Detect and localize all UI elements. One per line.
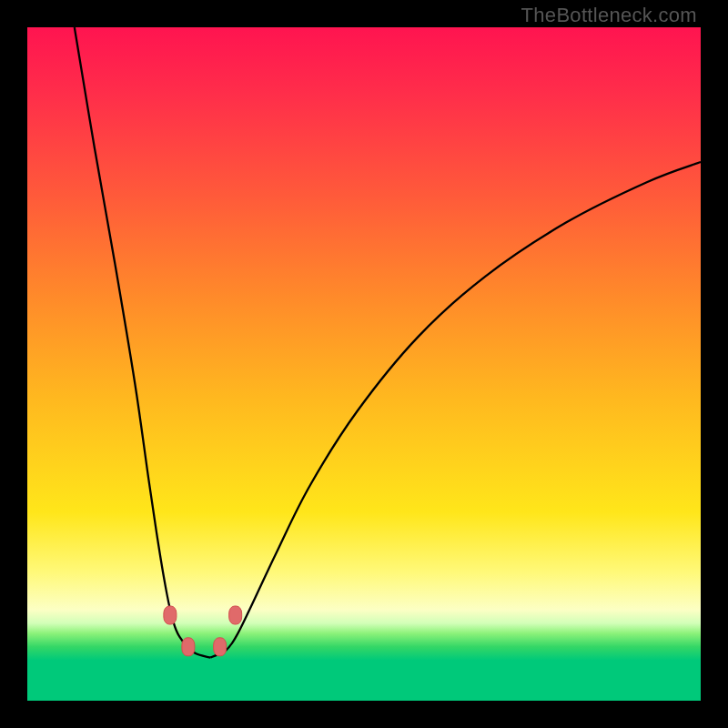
curve-layer (27, 27, 701, 701)
curve-marker (214, 638, 227, 656)
right-branch-curve (210, 162, 701, 658)
curve-marker (182, 638, 195, 656)
chart-frame: TheBottleneck.com (0, 0, 728, 728)
curve-marker (229, 606, 242, 624)
watermark-text: TheBottleneck.com (521, 4, 697, 27)
plot-area (27, 27, 701, 701)
curve-marker (164, 606, 177, 624)
left-branch-curve (75, 27, 210, 658)
